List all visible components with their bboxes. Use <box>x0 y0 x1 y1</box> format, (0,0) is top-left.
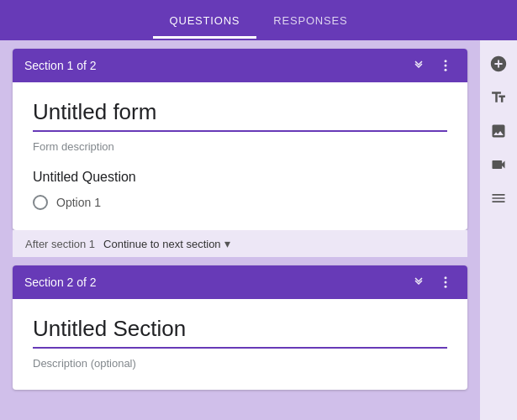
after-section-value: Continue to next section <box>103 238 220 250</box>
top-bar: QUESTIONS RESPONSES <box>0 0 517 40</box>
section-1-card: Section 1 of 2 <box>13 49 467 230</box>
more-options-icon-2[interactable] <box>435 272 456 292</box>
section-2-body: Untitled Section Description (optional) <box>13 299 467 390</box>
collapse-icon[interactable] <box>409 55 429 76</box>
section-2-title: Untitled Section <box>33 316 447 349</box>
more-options-icon[interactable] <box>435 55 456 76</box>
main-content: Section 1 of 2 <box>0 40 517 420</box>
option-1-label: Option 1 <box>56 196 101 209</box>
add-video-icon[interactable] <box>483 150 514 180</box>
section-1-header: Section 1 of 2 <box>13 49 467 82</box>
after-section-select[interactable]: Continue to next section ▾ <box>103 237 229 250</box>
add-section-icon[interactable] <box>483 183 514 213</box>
form-description[interactable]: Form description <box>33 140 447 153</box>
section-1-label: Section 1 of 2 <box>24 59 97 72</box>
svg-point-5 <box>445 286 447 288</box>
svg-point-0 <box>445 60 447 62</box>
add-image-icon[interactable] <box>483 116 514 146</box>
tab-questions[interactable]: QUESTIONS <box>153 3 257 39</box>
section-2-header: Section 2 of 2 <box>13 265 467 299</box>
section-1-actions <box>409 55 456 76</box>
section-2-label: Section 2 of 2 <box>24 276 97 289</box>
after-section-row: After section 1 Continue to next section… <box>13 230 467 257</box>
chevron-down-icon: ▾ <box>224 237 230 250</box>
svg-point-4 <box>445 281 447 284</box>
right-toolbar <box>480 40 517 420</box>
collapse-icon-2[interactable] <box>409 272 429 292</box>
section-2-card: Section 2 of 2 <box>13 265 467 390</box>
section-1-body: Untitled form Form description Untitled … <box>13 82 467 230</box>
svg-point-2 <box>445 69 447 71</box>
tab-bar: QUESTIONS RESPONSES <box>153 3 365 39</box>
add-text-icon[interactable] <box>483 82 514 113</box>
section-2-actions <box>409 272 456 292</box>
question-title: Untitled Question <box>33 170 447 185</box>
radio-button[interactable] <box>33 195 48 210</box>
add-element-icon[interactable] <box>483 49 514 79</box>
form-area: Section 1 of 2 <box>0 40 480 420</box>
svg-point-3 <box>445 276 447 279</box>
section-2-description[interactable]: Description (optional) <box>33 357 447 370</box>
option-row: Option 1 <box>33 195 447 210</box>
form-title: Untitled form <box>33 99 447 132</box>
tab-responses[interactable]: RESPONSES <box>256 3 364 39</box>
svg-point-1 <box>445 65 447 67</box>
after-section-label: After section 1 <box>25 238 95 250</box>
